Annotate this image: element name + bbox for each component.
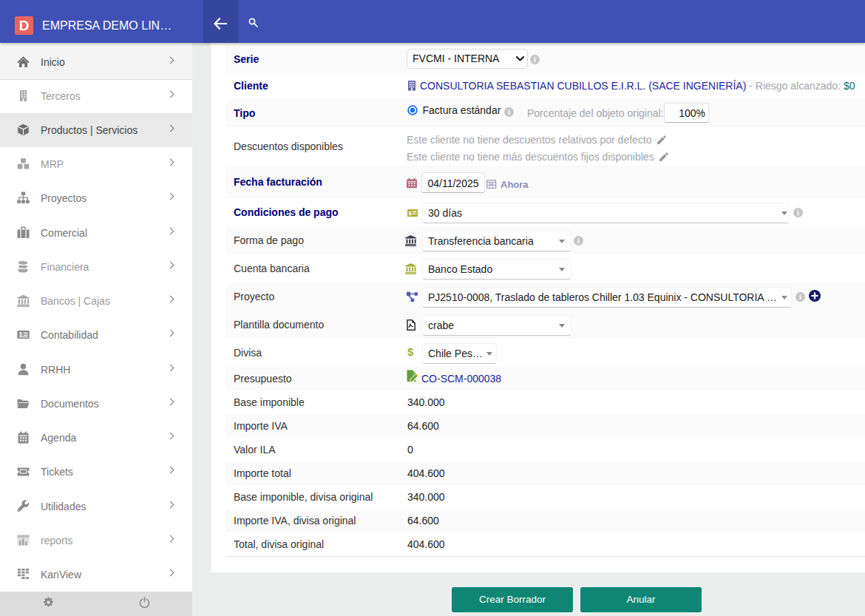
svg-text:$: $ (408, 210, 412, 217)
svg-text:$: $ (19, 331, 22, 337)
